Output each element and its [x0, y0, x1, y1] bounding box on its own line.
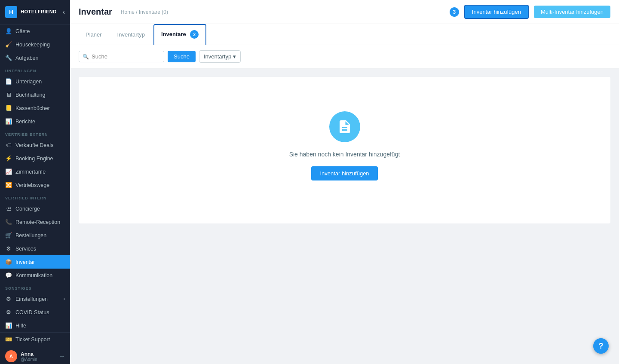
- sidebar-section-vertrieb-extern: 🏷 Verkaufte Deals ⚡ Booking Engine 📈 Zim…: [0, 138, 70, 192]
- sidebar-logo: H HOTELFRIEND ‹: [0, 0, 70, 24]
- section-label-vertrieb-intern: VERTRIEB INTERN: [0, 192, 70, 202]
- help-button[interactable]: ?: [593, 338, 609, 354]
- document-icon: [337, 119, 352, 135]
- aufgaben-icon: 🔧: [5, 55, 12, 61]
- gaeste-icon: 👤: [5, 28, 12, 34]
- buchhaltung-icon: 🖥: [5, 92, 12, 98]
- add-inventar-button[interactable]: Inventar hinzufügen: [464, 5, 529, 19]
- tab-planer[interactable]: Planer: [79, 25, 109, 45]
- sidebar-section-top: 👤 Gäste 🧹 Housekeeping 🔧 Aufgaben: [0, 24, 70, 64]
- annotation-badge-3: 3: [450, 7, 459, 17]
- user-role: @Admin: [21, 357, 55, 362]
- user-row: A Anna @Admin →: [0, 346, 70, 364]
- sidebar-item-covid-status[interactable]: ⚙ COVID Status: [0, 306, 70, 319]
- sidebar-item-inventar[interactable]: 📦 Inventar 1: [0, 255, 70, 269]
- empty-state: Sie haben noch kein Inventar hinzugefügt…: [79, 77, 610, 223]
- breadcrumb-sep: /: [136, 9, 137, 15]
- avatar: A: [5, 350, 17, 362]
- add-inventar-empty-button[interactable]: Inventar hinzufügen: [311, 166, 377, 180]
- logo-text: HOTELFRIEND: [21, 9, 57, 15]
- sidebar-item-unterlagen[interactable]: 📄 Unterlagen: [0, 75, 70, 88]
- vertriebswege-icon: 🔀: [5, 182, 12, 188]
- sidebar-section-sonstiges: ⚙ Einstellungen › ⚙ COVID Status 📊 Hilfe: [0, 292, 70, 332]
- user-name: Anna: [21, 351, 55, 357]
- breadcrumb-current: Inventare (0): [139, 9, 168, 15]
- search-input-wrap: 🔍: [79, 51, 164, 62]
- search-icon: 🔍: [83, 54, 89, 60]
- sidebar-item-booking-engine[interactable]: ⚡ Booking Engine: [0, 152, 70, 165]
- tabs-bar: Planer Inventartyp Inventare 2: [70, 24, 619, 45]
- booking-engine-icon: ⚡: [5, 155, 12, 162]
- ticket-support-icon: 🎫: [5, 336, 12, 343]
- kommunikation-icon: 💬: [5, 272, 12, 278]
- section-label-sonstiges: SONSTIGES: [0, 282, 70, 292]
- sidebar-item-kassenbuecher[interactable]: 📒 Kassenbücher: [0, 101, 70, 115]
- housekeeping-icon: 🧹: [5, 41, 12, 48]
- sidebar-item-gaeste[interactable]: 👤 Gäste: [0, 24, 70, 38]
- sidebar-section-unterlagen: 📄 Unterlagen 🖥 Buchhaltung 📒 Kassenbüche…: [0, 75, 70, 128]
- remote-reception-icon: 📞: [5, 219, 12, 225]
- sidebar-item-vertriebswege[interactable]: 🔀 Vertriebswege: [0, 178, 70, 192]
- einstellungen-arrow-icon: ›: [64, 297, 65, 301]
- empty-message: Sie haben noch kein Inventar hinzugefügt: [289, 151, 400, 158]
- sidebar-item-bestellungen[interactable]: 🛒 Bestellungen: [0, 229, 70, 242]
- section-label-vertrieb-extern: VERTRIEB EXTERN: [0, 128, 70, 138]
- sidebar-item-zimmertarife[interactable]: 📈 Zimmertarife: [0, 165, 70, 178]
- content-area: 🔍 Suche Inventartyp ▾ Sie haben noch kei…: [70, 45, 619, 364]
- sidebar-item-einstellungen[interactable]: ⚙ Einstellungen ›: [0, 292, 70, 306]
- filter-bar: 🔍 Suche Inventartyp ▾: [70, 45, 619, 68]
- search-input[interactable]: [92, 53, 160, 60]
- multi-add-inventar-button[interactable]: Multi-Inventar hinzufügen: [534, 6, 610, 18]
- unterlagen-icon: 📄: [5, 78, 12, 85]
- logo-icon: H: [5, 6, 17, 18]
- sidebar-item-concierge[interactable]: 🛎 Concierge: [0, 202, 70, 215]
- breadcrumb: Home / Inventare (0): [121, 9, 168, 15]
- empty-icon-circle: [329, 111, 360, 142]
- annotation-badge-2: 2: [190, 30, 199, 39]
- sidebar-item-verkaufte-deals[interactable]: 🏷 Verkaufte Deals: [0, 138, 70, 152]
- sidebar-item-berichte[interactable]: 📊 Berichte: [0, 115, 70, 128]
- main-content: Inventar Home / Inventare (0) 3 Inventar…: [70, 0, 619, 364]
- tab-inventartyp[interactable]: Inventartyp: [110, 25, 152, 45]
- sidebar: H HOTELFRIEND ‹ 👤 Gäste 🧹 Housekeeping 🔧…: [0, 0, 70, 364]
- sidebar-item-buchhaltung[interactable]: 🖥 Buchhaltung: [0, 88, 70, 101]
- sidebar-section-vertrieb-intern: 🛎 Concierge 📞 Remote-Reception 🛒 Bestell…: [0, 202, 70, 282]
- section-label-unterlagen: UNTERLAGEN: [0, 64, 70, 75]
- hilfe-icon: 📊: [5, 322, 12, 329]
- covid-status-icon: ⚙: [5, 309, 12, 315]
- sidebar-item-housekeeping[interactable]: 🧹 Housekeeping: [0, 38, 70, 51]
- top-header: Inventar Home / Inventare (0) 3 Inventar…: [70, 0, 619, 24]
- logout-icon[interactable]: →: [59, 353, 65, 360]
- user-info: Anna @Admin: [21, 351, 55, 362]
- sidebar-item-ticket-support[interactable]: 🎫 Ticket Support: [0, 333, 70, 346]
- concierge-icon: 🛎: [5, 205, 12, 212]
- dropdown-chevron-icon: ▾: [233, 53, 236, 60]
- services-icon: ⚙: [5, 245, 12, 252]
- page-title: Inventar: [79, 7, 112, 17]
- inventar-icon: 📦: [5, 259, 12, 265]
- breadcrumb-home[interactable]: Home: [121, 9, 135, 15]
- berichte-icon: 📊: [5, 118, 12, 125]
- search-button[interactable]: Suche: [168, 51, 196, 62]
- sidebar-item-services[interactable]: ⚙ Services: [0, 242, 70, 255]
- tab-inventare[interactable]: Inventare 2: [153, 24, 206, 45]
- zimmertarife-icon: 📈: [5, 168, 12, 175]
- kassenbuecher-icon: 📒: [5, 105, 12, 111]
- einstellungen-icon: ⚙: [5, 296, 12, 302]
- sidebar-bottom: 🎫 Ticket Support A Anna @Admin →: [0, 332, 70, 364]
- verkaufte-deals-icon: 🏷: [5, 142, 12, 148]
- bestellungen-icon: 🛒: [5, 232, 12, 239]
- sidebar-collapse-button[interactable]: ‹: [63, 8, 65, 16]
- inventartyp-dropdown[interactable]: Inventartyp ▾: [199, 50, 241, 63]
- sidebar-item-aufgaben[interactable]: 🔧 Aufgaben: [0, 51, 70, 64]
- sidebar-item-kommunikation[interactable]: 💬 Kommunikation: [0, 269, 70, 282]
- sidebar-item-remote-reception[interactable]: 📞 Remote-Reception: [0, 215, 70, 229]
- sidebar-item-hilfe[interactable]: 📊 Hilfe: [0, 319, 70, 332]
